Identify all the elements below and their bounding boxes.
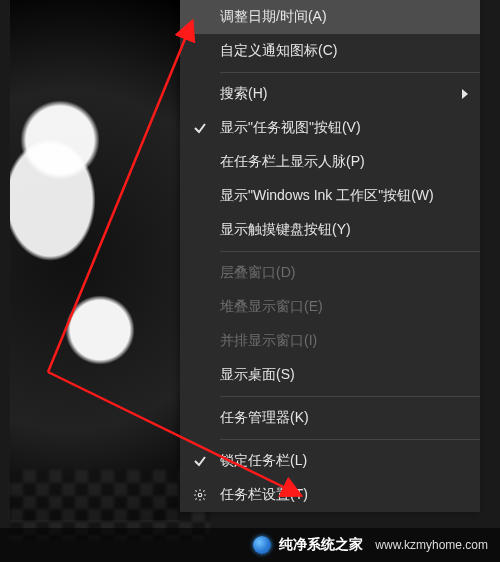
svg-point-0 (198, 493, 202, 497)
menu-item-label: 自定义通知图标(C) (220, 42, 337, 60)
menu-item-label: 调整日期/时间(A) (220, 8, 327, 26)
menu-item-show-taskview-button[interactable]: 显示"任务视图"按钮(V) (180, 111, 480, 145)
menu-item-stacked-windows: 堆叠显示窗口(E) (180, 290, 480, 324)
taskbar-context-menu: 调整日期/时间(A) 自定义通知图标(C) 搜索(H) 显示"任务视图"按钮(V… (180, 0, 480, 512)
menu-item-customize-notification-icons[interactable]: 自定义通知图标(C) (180, 34, 480, 68)
menu-item-show-people[interactable]: 在任务栏上显示人脉(P) (180, 145, 480, 179)
menu-item-label: 显示触摸键盘按钮(Y) (220, 221, 351, 239)
gear-icon (192, 487, 208, 503)
menu-item-search[interactable]: 搜索(H) (180, 77, 480, 111)
menu-separator (220, 72, 480, 73)
menu-item-show-touch-keyboard[interactable]: 显示触摸键盘按钮(Y) (180, 213, 480, 247)
menu-separator (220, 251, 480, 252)
menu-item-label: 任务管理器(K) (220, 409, 309, 427)
menu-item-label: 层叠窗口(D) (220, 264, 295, 282)
watermark-logo-icon (253, 536, 271, 554)
menu-separator (220, 396, 480, 397)
submenu-chevron-icon (462, 89, 468, 99)
watermark-brand: 纯净系统之家 (279, 536, 363, 554)
menu-item-label: 显示桌面(S) (220, 366, 295, 384)
menu-item-label: 堆叠显示窗口(E) (220, 298, 323, 316)
menu-item-taskbar-settings[interactable]: 任务栏设置(T) (180, 478, 480, 512)
menu-item-label: 搜索(H) (220, 85, 267, 103)
menu-item-lock-taskbar[interactable]: 锁定任务栏(L) (180, 444, 480, 478)
menu-item-label: 任务栏设置(T) (220, 486, 308, 504)
menu-item-label: 显示"任务视图"按钮(V) (220, 119, 361, 137)
desktop-wallpaper (10, 0, 180, 520)
watermark-url: www.kzmyhome.com (375, 538, 488, 552)
menu-item-label: 锁定任务栏(L) (220, 452, 307, 470)
menu-item-adjust-datetime[interactable]: 调整日期/时间(A) (180, 0, 480, 34)
menu-separator (220, 439, 480, 440)
menu-item-show-windows-ink[interactable]: 显示"Windows Ink 工作区"按钮(W) (180, 179, 480, 213)
menu-item-show-desktop[interactable]: 显示桌面(S) (180, 358, 480, 392)
menu-item-sidebyside-windows: 并排显示窗口(I) (180, 324, 480, 358)
menu-item-label: 并排显示窗口(I) (220, 332, 317, 350)
watermark-bar: 纯净系统之家 www.kzmyhome.com (0, 528, 500, 562)
menu-item-label: 显示"Windows Ink 工作区"按钮(W) (220, 187, 434, 205)
checkmark-icon (192, 453, 208, 469)
menu-item-task-manager[interactable]: 任务管理器(K) (180, 401, 480, 435)
checkmark-icon (192, 120, 208, 136)
menu-item-cascade-windows: 层叠窗口(D) (180, 256, 480, 290)
menu-item-label: 在任务栏上显示人脉(P) (220, 153, 365, 171)
